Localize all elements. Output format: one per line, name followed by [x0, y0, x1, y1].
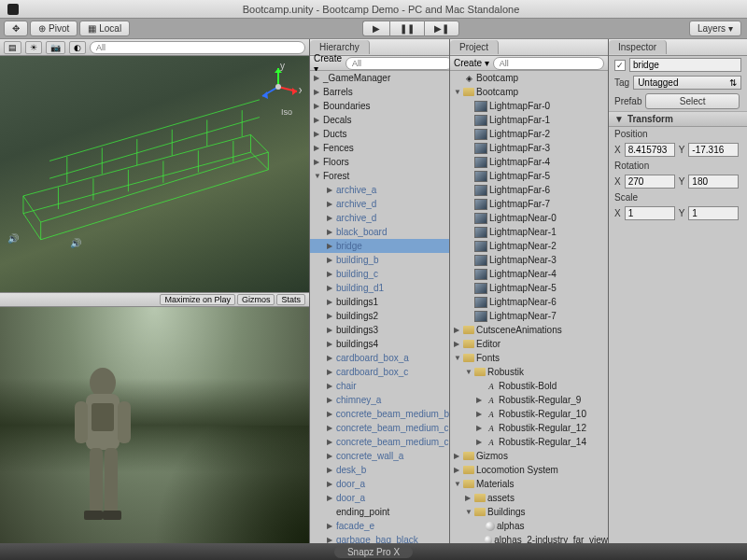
project-item[interactable]: ▶Gizmos	[450, 449, 608, 463]
project-item[interactable]: ▶CutsceneAnimations	[450, 323, 608, 337]
hierarchy-item[interactable]: ▶buildings4	[310, 337, 449, 351]
project-item[interactable]: LightmapFar-1	[450, 113, 608, 127]
hierarchy-item[interactable]: ▶garbage_bag_black	[310, 533, 449, 543]
project-item[interactable]: ▼Buildings	[450, 505, 608, 519]
hierarchy-item[interactable]: ▶Fences	[310, 141, 449, 155]
hierarchy-item[interactable]: ▶concrete_beam_medium_b	[310, 407, 449, 421]
project-item[interactable]: LightmapFar-5	[450, 169, 608, 183]
hierarchy-tree[interactable]: ▶_GameManager▶Barrels▶Boundaries▶Decals▶…	[310, 71, 449, 543]
project-search-input[interactable]	[493, 57, 604, 70]
fx-toggle[interactable]: ◐	[69, 41, 86, 54]
hierarchy-item[interactable]: ▶cardboard_box_a	[310, 351, 449, 365]
hierarchy-item[interactable]: ▶Decals	[310, 113, 449, 127]
hierarchy-item[interactable]: ▶door_a	[310, 477, 449, 491]
hierarchy-item[interactable]: ▶concrete_beam_medium_c	[310, 421, 449, 435]
hierarchy-item[interactable]: ▶Boundaries	[310, 99, 449, 113]
orientation-gizmo[interactable]: xy	[255, 63, 302, 110]
hierarchy-item[interactable]: ▶chair	[310, 379, 449, 393]
project-item[interactable]: ▼Fonts	[450, 351, 608, 365]
rotation-y-field[interactable]	[688, 175, 739, 189]
project-item[interactable]: ▶Locomotion System	[450, 463, 608, 477]
hierarchy-item[interactable]: ▶desk_b	[310, 463, 449, 477]
tag-dropdown[interactable]: Untagged⇅	[633, 76, 741, 90]
game-view[interactable]	[0, 307, 309, 543]
position-y-field[interactable]	[688, 143, 739, 157]
hierarchy-item[interactable]: ▶Ducts	[310, 127, 449, 141]
transform-header[interactable]: ▼ Transform	[609, 111, 747, 127]
project-item[interactable]: LightmapNear-7	[450, 309, 608, 323]
project-item[interactable]: LightmapNear-0	[450, 211, 608, 225]
hierarchy-search-input[interactable]	[345, 57, 453, 70]
hierarchy-item[interactable]: ▶concrete_wall_a	[310, 449, 449, 463]
hierarchy-item[interactable]: ▶door_a	[310, 491, 449, 505]
maximize-on-play-toggle[interactable]: Maximize on Play	[160, 294, 235, 305]
project-item[interactable]: ▶assets	[450, 491, 608, 505]
gizmos-toggle[interactable]: Gizmos	[237, 294, 275, 305]
project-item[interactable]: LightmapFar-7	[450, 197, 608, 211]
project-item[interactable]: Robustik-Bold	[450, 379, 608, 393]
hierarchy-item[interactable]: ▶building_c	[310, 267, 449, 281]
project-tree[interactable]: ◈Bootcamp▼BootcampLightmapFar-0LightmapF…	[450, 71, 608, 543]
prefab-select-button[interactable]: Select	[645, 93, 740, 109]
shaded-mode-button[interactable]: ▤	[4, 41, 21, 54]
lighting-toggle[interactable]: ☀	[25, 41, 42, 54]
project-item[interactable]: ▶Robustik-Regular_9	[450, 393, 608, 407]
scale-y-field[interactable]	[688, 206, 739, 220]
hierarchy-item[interactable]: ▶concrete_beam_medium_c	[310, 435, 449, 449]
hierarchy-item[interactable]: ▶building_b	[310, 253, 449, 267]
pause-button[interactable]: ❚❚	[389, 21, 424, 36]
hierarchy-item[interactable]: ▶bridge	[310, 239, 449, 253]
hierarchy-item[interactable]: ▶black_board	[310, 225, 449, 239]
hierarchy-item[interactable]: ▶archive_d	[310, 197, 449, 211]
project-item[interactable]: ▼Robustik	[450, 365, 608, 379]
scene-search-input[interactable]	[90, 41, 305, 54]
gameobject-name-field[interactable]	[629, 58, 741, 72]
project-tab[interactable]: Project	[450, 40, 499, 54]
hierarchy-item[interactable]: ▶buildings3	[310, 323, 449, 337]
audio-toggle[interactable]: 📷	[46, 41, 65, 54]
hierarchy-item[interactable]: ▶buildings2	[310, 309, 449, 323]
project-item[interactable]: LightmapFar-3	[450, 141, 608, 155]
gameobject-active-checkbox[interactable]: ✓	[614, 60, 626, 71]
project-item[interactable]: LightmapFar-4	[450, 155, 608, 169]
hierarchy-item[interactable]: ▶_GameManager	[310, 71, 449, 85]
step-button[interactable]: ▶❚	[424, 21, 459, 36]
project-item[interactable]: LightmapNear-2	[450, 239, 608, 253]
play-button[interactable]: ▶	[362, 21, 389, 36]
project-item[interactable]: LightmapFar-2	[450, 127, 608, 141]
position-x-field[interactable]	[625, 143, 675, 157]
hierarchy-item[interactable]: ▶Floors	[310, 155, 449, 169]
hierarchy-item[interactable]: ▶chimney_a	[310, 393, 449, 407]
hierarchy-item[interactable]: ▶cardboard_box_c	[310, 365, 449, 379]
project-item[interactable]: alphas_2-industry_far_view	[450, 533, 608, 543]
inspector-tab[interactable]: Inspector	[609, 40, 667, 54]
project-item[interactable]: LightmapFar-0	[450, 99, 608, 113]
project-item[interactable]: LightmapNear-6	[450, 295, 608, 309]
hierarchy-item[interactable]: ▶archive_a	[310, 183, 449, 197]
project-item[interactable]: ▶Editor	[450, 337, 608, 351]
hierarchy-item[interactable]: ▶archive_d	[310, 211, 449, 225]
project-item[interactable]: ▶Robustik-Regular_10	[450, 407, 608, 421]
hierarchy-item[interactable]: ▶buildings1	[310, 295, 449, 309]
project-item[interactable]: LightmapNear-3	[450, 253, 608, 267]
hierarchy-item[interactable]: ▶building_d1	[310, 281, 449, 295]
project-item[interactable]: ◈Bootcamp	[450, 71, 608, 85]
stats-toggle[interactable]: Stats	[276, 294, 305, 305]
project-item[interactable]: LightmapFar-6	[450, 183, 608, 197]
project-item[interactable]: alphas	[450, 519, 608, 533]
project-item[interactable]: ▶Robustik-Regular_12	[450, 421, 608, 435]
scene-view[interactable]: xy Iso 🔊 🔊	[0, 56, 309, 292]
project-item[interactable]: LightmapNear-1	[450, 225, 608, 239]
project-item[interactable]: ▼Bootcamp	[450, 85, 608, 99]
project-item[interactable]: ▼Materials	[450, 477, 608, 491]
local-button[interactable]: ▦Local	[79, 21, 130, 36]
scale-x-field[interactable]	[625, 206, 675, 220]
project-item[interactable]: ▶Robustik-Regular_14	[450, 435, 608, 449]
hierarchy-item[interactable]: ▶Barrels	[310, 85, 449, 99]
rotation-x-field[interactable]	[625, 175, 675, 189]
pivot-button[interactable]: ⊕Pivot	[30, 21, 78, 36]
transform-tool-button[interactable]: ✥	[4, 21, 28, 36]
layers-dropdown[interactable]: Layers ▾	[689, 21, 741, 36]
hierarchy-item[interactable]: ▶facade_e	[310, 519, 449, 533]
project-create-button[interactable]: Create ▾	[454, 58, 489, 68]
